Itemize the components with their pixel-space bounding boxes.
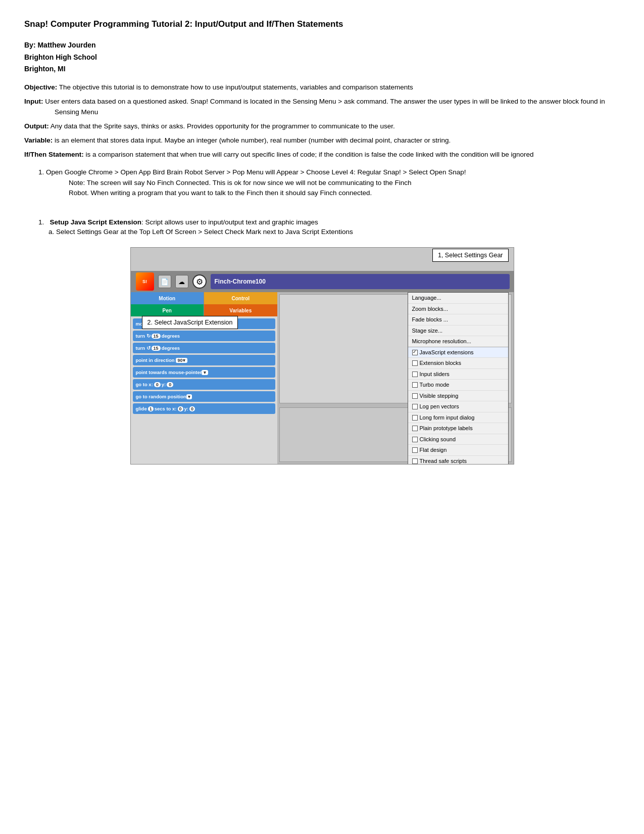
- cb-input-sliders: [412, 372, 418, 377]
- step-1-number: 1.: [38, 168, 44, 176]
- snap-file-icon: 📄: [158, 275, 171, 288]
- block-goto-random[interactable]: go to random position ▾: [133, 391, 275, 402]
- snap-cloud-icon: ☁: [175, 275, 188, 288]
- snap-header-bar: S! 📄 ☁ ⚙ Finch-Chrome100: [131, 271, 514, 292]
- school-location: Brighton, MI: [24, 63, 620, 75]
- author-block: By: Matthew Jourden Brighton High School…: [24, 39, 620, 75]
- variable-text: is an element that stores data input. Ma…: [55, 136, 451, 144]
- snap-gear-icon[interactable]: ⚙: [192, 274, 207, 289]
- section-2-sub-a: a. Select Settings Gear at the Top Left …: [48, 227, 620, 237]
- section-2-header: 1. Setup Java Script Extension: Script a…: [38, 218, 620, 237]
- cb-thread-safe: [412, 458, 418, 464]
- sd-ext-blocks[interactable]: Extension blocks: [408, 358, 508, 369]
- block-point-direction[interactable]: point in direction 90▾: [133, 355, 275, 365]
- definition-objective: Objective: The objective this tutorial i…: [24, 82, 620, 92]
- section-2: 1. Setup Java Script Extension: Script a…: [24, 218, 620, 465]
- tab-variables[interactable]: Variables: [204, 304, 277, 316]
- school-name: Brighton High School: [24, 52, 620, 64]
- sd-log-pen[interactable]: Log pen vectors: [408, 401, 508, 412]
- section-2-suffix: : Script allows user to input/output tex…: [141, 218, 318, 226]
- page-title: Snap! Computer Programming Tutorial 2: I…: [24, 18, 620, 30]
- settings-dropdown: Language... Zoom blocks... Fade blocks .…: [408, 292, 509, 465]
- tab-pen[interactable]: Pen: [131, 304, 205, 316]
- tab-motion[interactable]: Motion: [131, 292, 205, 304]
- callout-1: 1, Select Settings Gear: [432, 249, 509, 262]
- step-1-container: 1. Open Google Chrome > Open App Bird Br…: [38, 168, 620, 199]
- step-1-text: Open Google Chrome > Open App Bird Brain…: [46, 168, 466, 176]
- ifthen-label: If/Then Statement:: [24, 151, 84, 158]
- objective-label: Objective:: [24, 83, 57, 91]
- snap-screenshot: 1, Select Settings Gear 2. Select JavaSc…: [130, 247, 514, 465]
- cb-flat-design: [412, 447, 418, 453]
- screenshot-container: 1, Select Settings Gear 2. Select JavaSc…: [24, 247, 620, 465]
- block-turn-right[interactable]: turn ↻ 15 degrees: [133, 331, 275, 341]
- step-1-note: Note: The screen will say No Finch Conne…: [69, 178, 620, 199]
- definition-ifthen: If/Then Statement: is a comparison state…: [24, 150, 620, 160]
- step-1-note-line1: Note: The screen will say No Finch Conne…: [69, 178, 620, 188]
- cb-visible-stepping: [412, 393, 418, 399]
- cb-js-extensions: [412, 350, 418, 355]
- snap-tabs-row1: Motion Control: [131, 292, 277, 304]
- cb-long-form: [412, 415, 418, 421]
- cb-ext-blocks: [412, 360, 418, 366]
- callout-2: 2. Select JavaScript Extension: [142, 316, 238, 329]
- sd-flat-design[interactable]: Flat design: [408, 445, 508, 456]
- input-label: Input:: [24, 98, 43, 105]
- block-point-towards[interactable]: point towards mouse-pointer ▾: [133, 367, 275, 378]
- block-glide[interactable]: glide 1 secs to x: 0 y: 0: [133, 403, 275, 414]
- sd-turbo[interactable]: Turbo mode: [408, 380, 508, 391]
- sd-microphone[interactable]: Microphone resolution...: [408, 336, 508, 347]
- definitions-section: Objective: The objective this tutorial i…: [24, 82, 620, 160]
- sd-zoom[interactable]: Zoom blocks...: [408, 304, 508, 315]
- cb-clicking-sound: [412, 437, 418, 442]
- author-name: By: Matthew Jourden: [24, 39, 620, 52]
- definition-input: Input: User enters data based on a quest…: [24, 97, 620, 117]
- step-1-note-line2: Robot. When writing a program that you w…: [69, 188, 620, 198]
- cb-log-pen: [412, 404, 418, 409]
- sd-js-extensions-label: JavaScript extensions: [420, 348, 474, 357]
- sd-stage-size[interactable]: Stage size...: [408, 326, 508, 337]
- objective-text: The objective this tutorial is to demons…: [59, 83, 413, 91]
- section-2-number: 1.: [38, 218, 44, 226]
- steps-section: 1. Open Google Chrome > Open App Bird Br…: [24, 168, 620, 199]
- callout-2-text: 2. Select JavaScript Extension: [147, 319, 233, 326]
- variable-label: Variable:: [24, 136, 53, 144]
- sd-thread-safe[interactable]: Thread safe scripts: [408, 456, 508, 465]
- sd-clicking-sound[interactable]: Clicking sound: [408, 434, 508, 445]
- blocks-list: move 10 steps turn ↻ 15 degrees turn ↺ 1…: [131, 316, 277, 465]
- block-goto[interactable]: go to x: 0 y: 0: [133, 379, 275, 390]
- definition-variable: Variable: is an element that stores data…: [24, 135, 620, 146]
- tab-control[interactable]: Control: [204, 292, 277, 304]
- snap-tabs-row2: Pen Variables: [131, 304, 277, 316]
- output-text: Any data that the Sprite says, thinks or…: [51, 122, 395, 130]
- sd-language[interactable]: Language...: [408, 293, 508, 304]
- block-turn-left[interactable]: turn ↺ 15 degrees: [133, 343, 275, 353]
- output-label: Output:: [24, 122, 49, 130]
- definition-output: Output: Any data that the Sprite says, t…: [24, 121, 620, 131]
- snap-title: Finch-Chrome100: [211, 274, 510, 289]
- sd-visible-stepping[interactable]: Visible stepping: [408, 391, 508, 402]
- callout-1-text: 1, Select Settings Gear: [438, 252, 503, 259]
- snap-logo: S!: [136, 272, 154, 291]
- cb-plain-proto: [412, 426, 418, 431]
- sd-long-form[interactable]: Long form input dialog: [408, 412, 508, 424]
- section-2-title: Setup Java Script Extension: [50, 218, 142, 226]
- sd-fade[interactable]: Fade blocks ...: [408, 314, 508, 326]
- sd-input-sliders[interactable]: Input sliders: [408, 369, 508, 380]
- sd-plain-proto[interactable]: Plain prototype labels: [408, 423, 508, 434]
- input-text: User enters data based on a questioned a…: [45, 98, 605, 115]
- sd-js-extensions[interactable]: JavaScript extensions: [408, 347, 508, 358]
- cb-turbo: [412, 382, 418, 388]
- ifthen-text: is a comparison statement that when true…: [86, 151, 534, 158]
